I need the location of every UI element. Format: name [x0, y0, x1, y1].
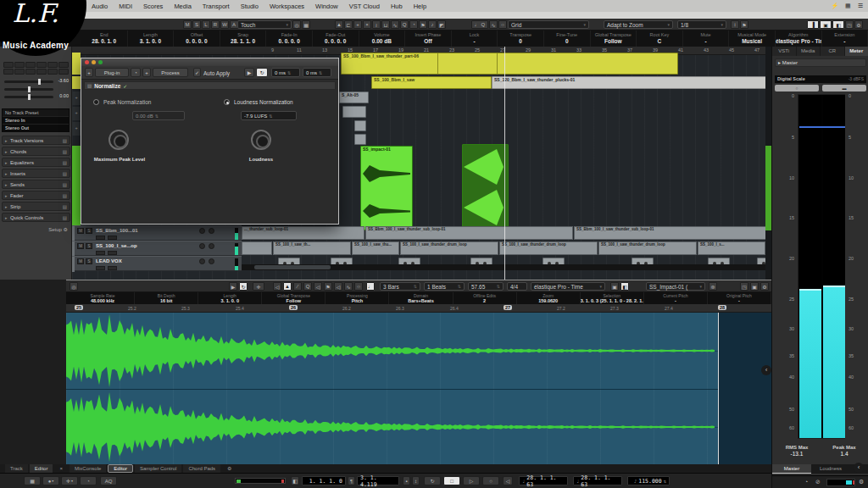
tempo-display[interactable]: ♪ 115.000 ⇅: [627, 476, 670, 485]
meter-tab-master[interactable]: Master: [772, 464, 811, 474]
volume-slider[interactable]: [4, 80, 53, 83]
record-enable-button[interactable]: [199, 243, 205, 249]
add-process-plus-icon[interactable]: +: [142, 68, 151, 77]
editor-layers-icon[interactable]: ▣: [610, 282, 619, 291]
play-button[interactable]: ▷: [463, 476, 480, 485]
automation-button[interactable]: R: [211, 20, 220, 29]
zone-setup-gear-icon[interactable]: ⚙: [222, 464, 236, 473]
snap-icon[interactable]: ∿: [489, 20, 498, 29]
inspector-section[interactable]: ▸ Inserts ▤: [2, 169, 70, 178]
stop-button[interactable]: □: [443, 476, 460, 485]
audio-clip[interactable]: SS_100_I_saw_thunder_drum_loop: [499, 241, 598, 255]
mute-monitor-icon[interactable]: ⊘: [815, 479, 821, 485]
quantize-preset-select[interactable]: 1/8 ▾: [677, 20, 726, 29]
toolbar-gear-icon[interactable]: ⚙: [854, 20, 863, 29]
track-header[interactable]: M S SS_Bbm_100...01: [72, 225, 242, 241]
menu-item[interactable]: Media: [174, 3, 191, 10]
scrollbar-thumb[interactable]: [254, 265, 331, 269]
menu-item[interactable]: Workspaces: [270, 3, 304, 10]
editor-info-column[interactable]: Sample Rate 48.000 kHz: [71, 292, 135, 304]
peak-level-field[interactable]: 0.00 dB ⇅: [132, 111, 185, 120]
editor-quantize-icon[interactable]: ♩: [366, 282, 375, 291]
tab-editor-active[interactable]: Editor: [108, 464, 133, 473]
right-zone-collapse-handle[interactable]: ‹: [854, 463, 864, 473]
minimize-window-button[interactable]: [92, 60, 96, 64]
menu-item[interactable]: Hub: [391, 3, 403, 10]
input-routing[interactable]: Stereo In: [3, 116, 69, 124]
audio-clip-thunder-part[interactable]: SS_100_Bbm_I_saw_thunder_part-06: [341, 53, 678, 75]
editor-ruler[interactable]: 25262728 25.225.325.426.226.326.427.227.…: [66, 304, 771, 313]
tab-mixconsole[interactable]: MixConsole: [70, 464, 106, 473]
editor-tempo-field[interactable]: 57.65 ⇅: [468, 282, 504, 291]
record-enable-button[interactable]: [199, 228, 205, 234]
record-enable-button[interactable]: [199, 258, 205, 264]
tab-editor[interactable]: Editor: [30, 464, 53, 473]
tool-button[interactable]: ◔: [409, 20, 418, 29]
audio-clip-small[interactable]: [354, 134, 366, 145]
audio-clip[interactable]: [242, 241, 272, 255]
record-mode-button[interactable]: ●▾: [42, 476, 59, 485]
peak-normalization-radio[interactable]: [93, 99, 99, 105]
inspector-setup-button[interactable]: Setup ⚙: [48, 226, 68, 232]
solo-button[interactable]: S: [86, 228, 92, 234]
output-routing[interactable]: Stereo Out: [3, 124, 69, 131]
lower-zone-toggle[interactable]: ▣: [820, 20, 832, 29]
automation-button[interactable]: M: [183, 20, 192, 29]
status-icon[interactable]: ⚡: [831, 3, 838, 9]
menu-item[interactable]: Studio: [241, 3, 259, 10]
track-mini-control[interactable]: [96, 266, 105, 270]
audio-clip[interactable]: SS_100_I_saw_thunder_drum_loop: [400, 241, 498, 255]
grid-bars-field[interactable]: 3 Bars ⇅: [380, 282, 420, 291]
status-icon[interactable]: ▦: [845, 3, 851, 9]
editor-musical-mode-icon[interactable]: ☼: [354, 282, 363, 291]
menu-item[interactable]: Help: [414, 3, 426, 10]
tool-button[interactable]: ⊏: [344, 20, 353, 29]
audition-play-button[interactable]: ▶: [244, 68, 254, 77]
infoline-column[interactable]: Fade-Out 0. 0. 0. 0: [313, 30, 359, 47]
pan-slider[interactable]: [4, 88, 53, 91]
audio-clip-alt[interactable]: S_Alt-05: [339, 92, 369, 103]
audio-quantize-button[interactable]: AQ: [100, 476, 117, 485]
automation-button[interactable]: L: [202, 20, 210, 29]
tool-button[interactable]: ⚑: [419, 20, 427, 29]
track-header[interactable]: M S LEAD VOX: [72, 256, 242, 271]
editor-draw-tool[interactable]: ∕: [293, 282, 302, 291]
monitor-button[interactable]: [209, 243, 214, 249]
editor-show-regions-toggle[interactable]: ◧: [620, 282, 629, 291]
editor-crosshair-icon[interactable]: ✛: [253, 282, 264, 291]
track-header[interactable]: M S SS_100_I_se...op: [72, 241, 242, 256]
editor-info-column[interactable]: Bit Depth 16 bit: [135, 292, 198, 304]
maximize-window-button[interactable]: [98, 60, 103, 64]
iterative-quantize-icon[interactable]: ↕: [731, 20, 739, 29]
infoline-column[interactable]: Volume 0.00 dB: [359, 30, 406, 47]
mute-button[interactable]: M: [77, 243, 84, 249]
delay-slider[interactable]: [4, 96, 53, 98]
inspector-section[interactable]: ▸ Equalizers ▤: [2, 158, 70, 167]
snap-on-off-icon[interactable]: ☼: [498, 20, 507, 29]
monitor-button[interactable]: [209, 258, 214, 264]
infoline-column[interactable]: Mute -: [683, 30, 730, 47]
menu-item[interactable]: VST Cloud: [349, 3, 380, 10]
tab-track[interactable]: Track: [5, 464, 28, 473]
infoline-column[interactable]: Fine-Tune 0: [544, 30, 591, 47]
editor-open-external-icon[interactable]: ◳: [740, 282, 748, 291]
audio-clip[interactable]: SS_100_I_s...: [698, 241, 765, 255]
infoline-column[interactable]: End 28. 0. 1. 0: [81, 30, 128, 47]
inspector-section[interactable]: ▸ Quick Controls ▤: [2, 213, 70, 222]
audio-clip-thunder-short[interactable]: SS_100_Bbm_I_saw: [371, 76, 492, 89]
tool-button[interactable]: ▲: [335, 20, 343, 29]
editor-info-column[interactable]: Length 3. 1. 0. 0: [198, 292, 262, 304]
editor-info-column[interactable]: Original Pitch -: [708, 292, 771, 304]
editor-info-column[interactable]: Domain Bars+Beats: [389, 292, 453, 304]
midi-input-icon[interactable]: ⚑: [740, 20, 748, 29]
editor-info-column[interactable]: Offline Edits 2: [453, 292, 517, 304]
track-mini-control[interactable]: [96, 236, 105, 240]
meter-scale-row[interactable]: Digital Scale -3 dBFS: [775, 75, 866, 83]
audio-performance-meter[interactable]: [235, 478, 286, 484]
add-track-button[interactable]: +: [72, 122, 81, 136]
tool-button[interactable]: ∿: [391, 20, 399, 29]
infoline-column[interactable]: Invert Phase Off: [405, 30, 452, 47]
track-control-buttons[interactable]: [3, 62, 69, 75]
audio-clip[interactable]: SS_100_I_saw_thu...: [352, 241, 399, 255]
infoline-column[interactable]: Snap 28. 1. 1. 0: [220, 30, 267, 47]
